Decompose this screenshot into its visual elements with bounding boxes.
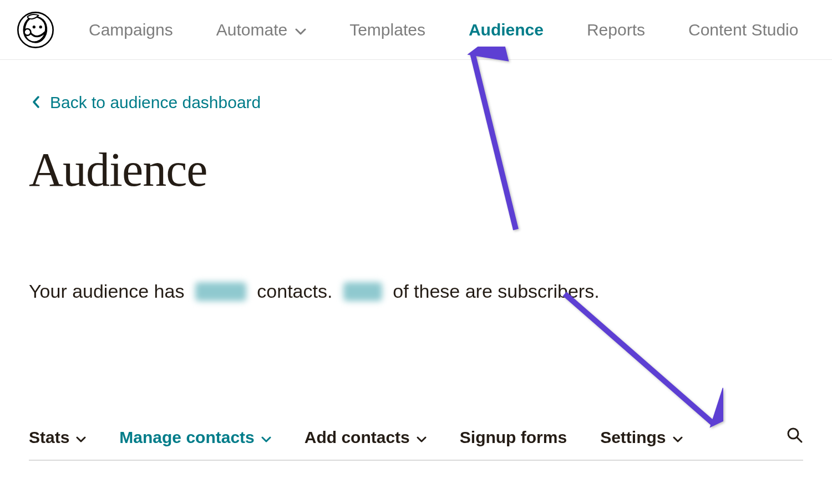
annotation-arrow-2 <box>557 288 723 432</box>
page-title: Audience <box>29 142 832 197</box>
chevron-left-icon <box>32 93 40 112</box>
nav-item-audience[interactable]: Audience <box>469 21 544 39</box>
back-link[interactable]: Back to audience dashboard <box>32 93 261 112</box>
chevron-down-icon <box>76 428 86 447</box>
nav-items: Campaigns Automate Templates Audience Re… <box>89 21 798 39</box>
top-nav: Campaigns Automate Templates Audience Re… <box>0 0 832 60</box>
audience-summary: Your audience has contacts. of these are… <box>29 281 832 302</box>
chevron-down-icon <box>261 428 271 447</box>
svg-line-6 <box>473 53 516 230</box>
mailchimp-logo-icon <box>17 12 54 48</box>
back-link-label: Back to audience dashboard <box>50 93 261 112</box>
nav-item-templates[interactable]: Templates <box>349 21 425 39</box>
nav-label: Audience <box>469 21 544 39</box>
subnav-label: Signup forms <box>460 428 567 447</box>
subnav-label: Add contacts <box>305 428 410 447</box>
summary-text-part1: Your audience has <box>29 281 190 302</box>
svg-point-3 <box>24 29 31 35</box>
annotation-arrow-1 <box>460 47 527 235</box>
subnav-label: Stats <box>29 428 69 447</box>
subnav-signup-forms[interactable]: Signup forms <box>460 428 567 447</box>
nav-item-campaigns[interactable]: Campaigns <box>89 21 173 39</box>
nav-label: Campaigns <box>89 21 173 39</box>
svg-point-2 <box>39 26 42 28</box>
svg-line-5 <box>797 437 801 442</box>
contacts-count-redacted <box>195 282 246 301</box>
logo[interactable] <box>16 10 55 50</box>
subnav-settings[interactable]: Settings <box>600 428 682 447</box>
subnav-add-contacts[interactable]: Add contacts <box>305 428 427 447</box>
nav-item-content-studio[interactable]: Content Studio <box>688 21 798 39</box>
subnav-stats[interactable]: Stats <box>29 428 86 447</box>
svg-line-7 <box>565 294 713 424</box>
nav-label: Automate <box>216 21 287 39</box>
chevron-down-icon <box>673 428 683 447</box>
subnav-search[interactable] <box>787 427 803 447</box>
svg-point-1 <box>33 26 35 28</box>
summary-text-part3: of these are subscribers. <box>388 281 600 302</box>
nav-label: Content Studio <box>688 21 798 39</box>
subnav-label: Manage contacts <box>119 428 254 447</box>
subnav-label: Settings <box>600 428 666 447</box>
search-icon[interactable] <box>787 429 803 447</box>
nav-label: Reports <box>587 21 645 39</box>
summary-text-part2: contacts. <box>252 281 338 302</box>
nav-item-automate[interactable]: Automate <box>216 21 306 39</box>
subscribers-count-redacted <box>343 282 382 301</box>
nav-label: Templates <box>349 21 425 39</box>
subnav-manage-contacts[interactable]: Manage contacts <box>119 428 271 447</box>
chevron-down-icon <box>295 21 306 39</box>
chevron-down-icon <box>417 428 427 447</box>
nav-item-reports[interactable]: Reports <box>587 21 645 39</box>
audience-subnav: Stats Manage contacts Add contacts Signu… <box>29 427 803 461</box>
